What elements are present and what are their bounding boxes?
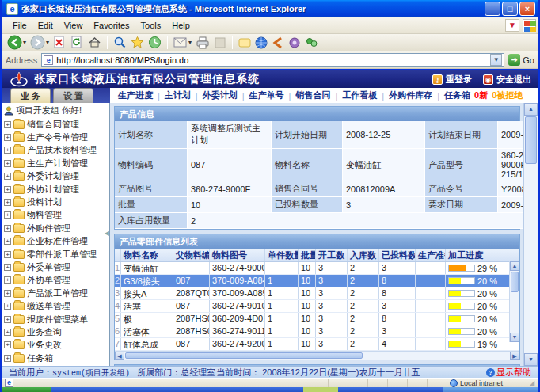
sidebar-item-5[interactable]: +外委计划管理 bbox=[4, 170, 109, 183]
taskbox-rejected-badge[interactable]: 0被拒绝 bbox=[492, 89, 523, 101]
parts-table-hscrollbar[interactable]: ◀ ▶ bbox=[115, 351, 519, 360]
menu-favorites[interactable]: Favorites bbox=[88, 19, 135, 32]
minimize-button[interactable]: _ bbox=[485, 2, 500, 16]
toolbar-search-icon[interactable] bbox=[112, 35, 128, 51]
expand-plus-icon[interactable]: + bbox=[4, 147, 11, 154]
nav-item-1[interactable]: 生产进度 bbox=[118, 89, 153, 101]
start-button[interactable] bbox=[2, 387, 51, 392]
expand-plus-icon[interactable]: + bbox=[4, 121, 11, 128]
sidebar-item-11[interactable]: +零部件派工单管理 bbox=[4, 248, 109, 261]
nav-item-8[interactable]: 任务箱 bbox=[444, 89, 470, 101]
close-button[interactable]: × bbox=[519, 2, 535, 16]
column-header[interactable]: 加工进度 bbox=[445, 249, 521, 261]
toolbar-print-icon[interactable] bbox=[194, 35, 211, 51]
nav-item-4[interactable]: 生产单号 bbox=[249, 89, 284, 101]
toolbar-forward-icon[interactable]: ▾ bbox=[29, 35, 51, 51]
page-vscrollbar[interactable]: ▲ ▼ bbox=[523, 103, 538, 366]
scroll-up-icon[interactable]: ▲ bbox=[524, 103, 538, 116]
address-url[interactable]: http://localhost:8080/MPS/login.do bbox=[56, 55, 490, 65]
expand-plus-icon[interactable]: + bbox=[4, 134, 11, 141]
expand-plus-icon[interactable]: + bbox=[4, 303, 11, 310]
table-row[interactable]: 4活塞087360-274-9010F11032320 % bbox=[115, 300, 519, 313]
nav-item-3[interactable]: 外委计划 bbox=[203, 89, 238, 101]
expand-plus-icon[interactable]: + bbox=[4, 341, 11, 348]
sidebar-item-10[interactable]: +企业标准件管理 bbox=[4, 235, 109, 248]
nav-item-7[interactable]: 外购件库存 bbox=[389, 89, 432, 101]
maximize-button[interactable]: □ bbox=[502, 2, 518, 16]
column-header[interactable]: 单件数量 bbox=[264, 249, 298, 261]
sidebar-item-12[interactable]: +外委单管理 bbox=[4, 261, 109, 273]
dropdown-caret-icon[interactable]: ▾ bbox=[46, 39, 49, 46]
dropdown-caret-icon[interactable]: ▾ bbox=[23, 39, 26, 46]
expand-plus-icon[interactable]: + bbox=[4, 186, 11, 193]
menu-edit[interactable]: Edit bbox=[32, 19, 59, 32]
column-header[interactable]: 物料图号 bbox=[209, 249, 264, 261]
nav-item-5[interactable]: 销售合同 bbox=[295, 89, 330, 101]
column-header[interactable]: 物料名称 bbox=[120, 249, 173, 261]
toolbar-back-icon[interactable]: ▾ bbox=[6, 35, 28, 51]
menu-tools[interactable]: Tools bbox=[135, 19, 167, 32]
scroll-right-icon[interactable]: ▶ bbox=[510, 352, 519, 360]
table-row[interactable]: 1变幅油缸360-274-9000F1032329 % bbox=[115, 262, 519, 275]
expand-plus-icon[interactable]: + bbox=[4, 316, 11, 323]
toolbar-refresh-icon[interactable] bbox=[69, 35, 86, 51]
scroll-down-icon[interactable]: ▼ bbox=[524, 353, 538, 366]
scroll-down-icon[interactable]: ▼ bbox=[510, 333, 519, 342]
taskbox-new-badge[interactable]: 0新 bbox=[474, 89, 488, 101]
toolbar-messenger-web-icon[interactable] bbox=[253, 35, 269, 51]
column-header[interactable]: 父物料编码 bbox=[173, 249, 209, 261]
tab-business[interactable]: 业 务 bbox=[10, 88, 51, 103]
sidebar-item-15[interactable]: +缴送单管理 bbox=[4, 299, 109, 312]
sidebar-item-9[interactable]: +外购件管理 bbox=[4, 222, 109, 234]
nav-item-6[interactable]: 工作看板 bbox=[342, 89, 377, 101]
sidebar-item-6[interactable]: +外协计划管理 bbox=[4, 183, 109, 196]
expand-plus-icon[interactable]: + bbox=[4, 211, 11, 219]
expand-plus-icon[interactable]: + bbox=[4, 160, 11, 167]
menu-view[interactable]: View bbox=[59, 19, 89, 32]
scrollbar-thumb[interactable] bbox=[511, 272, 519, 292]
dropdown-caret-icon[interactable]: ▾ bbox=[188, 39, 192, 46]
table-row[interactable]: 5极2087HS002360-209-4D01011032820 % bbox=[115, 313, 519, 325]
sidebar-item-3[interactable]: +产品技术资料管理 bbox=[4, 144, 109, 157]
menu-file[interactable]: File bbox=[7, 19, 32, 32]
table-row[interactable]: 6活塞体2087HS002360-274-9011W11032320 % bbox=[115, 325, 519, 338]
toolbar-stop-icon[interactable] bbox=[51, 35, 68, 51]
expand-plus-icon[interactable]: + bbox=[4, 355, 11, 362]
sidebar-item-17[interactable]: +业务查询 bbox=[4, 325, 109, 338]
scroll-up-icon[interactable]: ▲ bbox=[510, 261, 519, 271]
taskbar-buttons[interactable] bbox=[51, 387, 443, 392]
column-header[interactable]: 入库数 bbox=[347, 249, 378, 261]
expand-plus-icon[interactable]: + bbox=[4, 173, 11, 180]
sidebar-item-16[interactable]: +报废件管理菜单 bbox=[4, 313, 109, 325]
toolbar-home-icon[interactable] bbox=[86, 35, 103, 51]
resize-grip[interactable]: ◢ bbox=[530, 379, 538, 386]
table-row[interactable]: 7缸体总成087360-274-9200F11032419 % bbox=[115, 338, 519, 351]
toolbar-discuss-icon[interactable] bbox=[237, 35, 253, 51]
sidebar-item-7[interactable]: +投料计划 bbox=[4, 196, 109, 208]
relogin-button[interactable]: ⚷ 重登录 bbox=[432, 74, 472, 86]
toolbar-msn-messenger-icon[interactable] bbox=[303, 35, 320, 51]
sidebar-item-1[interactable]: +销售合同管理 bbox=[4, 118, 109, 131]
table-row[interactable]: 2G3/8接头087370-009-A084011032820 % bbox=[115, 275, 519, 287]
sidebar-item-14[interactable]: +产品派工单管理 bbox=[4, 287, 109, 299]
scrollbar-thumb[interactable] bbox=[525, 116, 537, 164]
column-header[interactable]: 已投料数 bbox=[378, 249, 415, 261]
sidebar-item-4[interactable]: +主生产计划管理 bbox=[4, 157, 109, 169]
scrollbar-thumb[interactable] bbox=[125, 352, 363, 359]
expand-plus-icon[interactable]: + bbox=[4, 199, 11, 206]
tab-settings[interactable]: 设 置 bbox=[53, 88, 93, 103]
logout-button[interactable]: ◉ 安全退出 bbox=[483, 74, 531, 86]
toolbar-flashget-icon[interactable] bbox=[270, 35, 286, 51]
sidebar-item-19[interactable]: +任务箱 bbox=[4, 352, 109, 364]
expand-plus-icon[interactable]: + bbox=[4, 276, 11, 284]
column-header[interactable]: 生产准备 bbox=[415, 249, 445, 261]
sidebar-collapse-handle[interactable]: ◀ bbox=[105, 230, 109, 237]
system-tray[interactable] bbox=[443, 387, 538, 392]
expand-plus-icon[interactable]: + bbox=[4, 251, 11, 258]
expand-plus-icon[interactable]: + bbox=[4, 290, 11, 297]
toolbar-favorites-icon[interactable] bbox=[129, 35, 146, 51]
show-help-link[interactable]: ? 显示帮助 bbox=[486, 367, 531, 379]
sidebar-item-8[interactable]: +物料管理 bbox=[4, 209, 109, 222]
address-input[interactable]: e http://localhost:8080/MPS/login.do ▼ bbox=[41, 53, 504, 67]
toolbar-research-icon[interactable] bbox=[287, 35, 302, 51]
